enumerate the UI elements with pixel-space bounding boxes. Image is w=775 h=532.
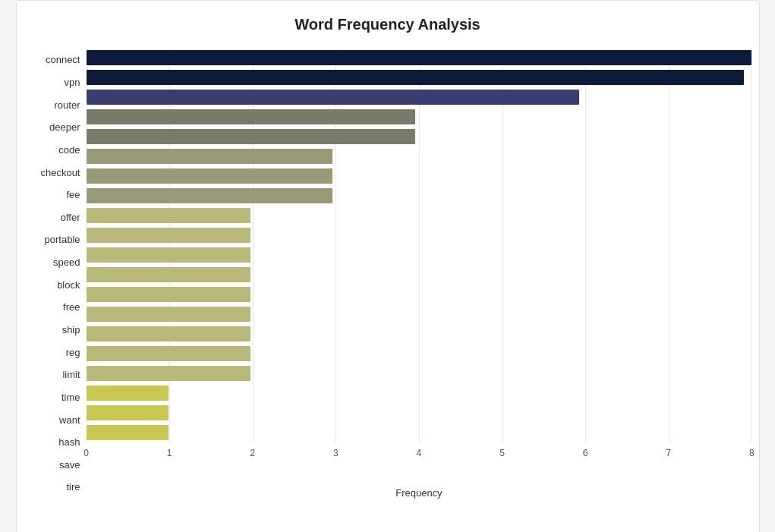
bars-wrapper	[87, 49, 752, 442]
bar-row	[87, 345, 752, 363]
bar-offer	[87, 188, 333, 203]
bar-limit	[87, 326, 251, 342]
x-axis-label: Frequency	[87, 487, 752, 499]
x-tick: 2	[250, 448, 255, 458]
bars-and-grid: 012345678 Frequency	[87, 49, 752, 499]
bar-row	[87, 127, 752, 146]
bar-row	[87, 404, 752, 422]
chart-container: Word Frequency Analysis connectvpnrouter…	[16, 0, 760, 532]
x-tick: 1	[167, 448, 172, 458]
bar-row	[87, 108, 752, 126]
y-label: connect	[46, 50, 80, 70]
bar-row	[87, 423, 752, 442]
bar-router	[87, 90, 580, 105]
y-labels: connectvpnrouterdeepercodecheckoutfeeoff…	[32, 49, 87, 499]
bar-row	[87, 206, 752, 225]
bar-row	[87, 364, 752, 382]
x-tick: 4	[417, 448, 422, 458]
chart-area: connectvpnrouterdeepercodecheckoutfeeoff…	[32, 49, 744, 499]
bar-reg	[87, 307, 251, 322]
x-tick: 6	[583, 448, 588, 458]
x-tick: 3	[333, 448, 339, 458]
x-tick: 0	[83, 448, 89, 458]
y-label: save	[59, 455, 80, 474]
bar-hash	[87, 386, 169, 401]
bar-code	[87, 129, 415, 144]
bar-row	[87, 187, 752, 205]
bar-row	[87, 167, 752, 185]
x-tick: 7	[666, 448, 671, 458]
y-label: block	[57, 275, 80, 294]
y-label: portable	[45, 230, 80, 250]
bar-row	[87, 68, 752, 87]
y-label: limit	[62, 365, 80, 385]
y-label: vpn	[65, 72, 80, 92]
x-tick: 5	[499, 448, 505, 458]
bar-save	[87, 405, 169, 420]
bar-row	[87, 285, 752, 304]
chart-title: Word Frequency Analysis	[32, 16, 744, 33]
bar-row	[87, 147, 752, 165]
grid-line	[751, 49, 752, 442]
bar-row	[87, 305, 752, 323]
y-label: reg	[66, 342, 80, 362]
y-label: tire	[66, 477, 80, 497]
bar-free	[87, 267, 251, 282]
y-label: router	[55, 95, 80, 115]
y-label: speed	[53, 253, 80, 272]
bar-row	[87, 88, 752, 106]
bar-checkout	[87, 149, 333, 164]
bar-portable	[87, 208, 251, 223]
bar-row	[87, 49, 752, 67]
y-label: want	[59, 410, 80, 430]
bar-tire	[87, 425, 169, 440]
bar-block	[87, 247, 251, 263]
bar-row	[87, 384, 752, 402]
y-label: code	[58, 140, 80, 159]
bar-speed	[87, 228, 251, 243]
y-label: ship	[62, 320, 80, 340]
y-label: offer	[61, 207, 80, 227]
bar-deeper	[87, 109, 415, 124]
y-label: fee	[66, 185, 80, 205]
bar-want	[87, 366, 251, 381]
bar-row	[87, 325, 752, 343]
bar-connect	[87, 50, 752, 65]
x-tick: 8	[749, 448, 755, 458]
bar-row	[87, 226, 752, 244]
y-label: deeper	[49, 118, 80, 137]
bar-fee	[87, 168, 333, 184]
bar-vpn	[87, 70, 744, 85]
x-axis: 012345678	[87, 448, 752, 466]
bar-time	[87, 346, 251, 361]
grid-and-bars	[87, 49, 752, 442]
bar-ship	[87, 287, 251, 302]
y-label: free	[63, 297, 80, 317]
y-label: hash	[58, 433, 80, 452]
bar-row	[87, 246, 752, 264]
bar-row	[87, 266, 752, 284]
y-label: checkout	[40, 162, 80, 182]
y-label: time	[61, 387, 80, 407]
